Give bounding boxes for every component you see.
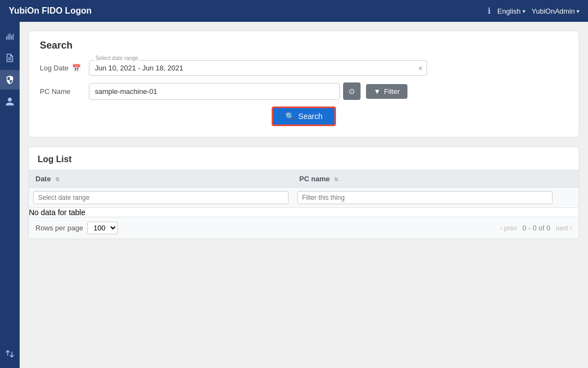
log-table: Date ⇅ PC name ⇅	[29, 170, 579, 217]
language-selector[interactable]: English ▾	[497, 7, 525, 15]
search-panel-title: Search	[40, 40, 568, 51]
date-range-input[interactable]	[89, 60, 427, 76]
date-filter-input[interactable]	[33, 191, 289, 204]
filter-button[interactable]: ▼ Filter	[366, 84, 407, 99]
pc-name-clear-button[interactable]: ⊙	[343, 82, 361, 100]
arrows-icon	[5, 349, 15, 359]
log-list-panel: Log List Date ⇅ PC name ⇅	[28, 146, 579, 239]
pagination: ‹ prev 0 - 0 of 0 next ›	[500, 224, 572, 232]
pcname-sort-icon: ⇅	[334, 176, 338, 182]
date-range-placeholder-label: Select date range	[94, 55, 139, 61]
date-clear-button[interactable]: ×	[418, 64, 423, 72]
actions-filter-cell	[557, 188, 579, 208]
navbar: YubiOn FIDO Logon ℹ English ▾ YubiOnAdmi…	[0, 0, 588, 22]
table-filter-row	[29, 188, 579, 208]
rows-per-page-select[interactable]: 100 50 25	[87, 222, 118, 234]
search-panel: Search Log Date 📅 Select date range × PC…	[28, 31, 579, 138]
date-range-wrapper: Select date range ×	[89, 60, 427, 76]
col-header-pcname[interactable]: PC name ⇅	[293, 170, 557, 188]
pc-name-row: PC Name ⊙ ▼ Filter	[40, 82, 568, 100]
shield-icon	[5, 75, 15, 85]
pc-name-label: PC Name	[40, 87, 89, 96]
user-icon	[5, 97, 15, 106]
layout: Search Log Date 📅 Select date range × PC…	[0, 22, 588, 368]
search-magnifier-icon: 🔍	[285, 112, 295, 121]
rows-per-page-control: Rows per page 100 50 25	[35, 222, 118, 234]
filter-icon: ▼	[374, 87, 381, 96]
date-filter-cell	[29, 188, 293, 208]
pcname-filter-cell	[293, 188, 557, 208]
sidebar-item-users[interactable]	[0, 92, 20, 111]
no-data-cell: No data for table	[29, 208, 579, 217]
table-footer: Rows per page 100 50 25 ‹ prev 0 - 0 of …	[29, 217, 579, 239]
chart-icon	[5, 31, 15, 41]
sidebar-item-security[interactable]	[0, 70, 20, 90]
info-icon[interactable]: ℹ	[488, 6, 491, 16]
calendar-icon: 📅	[72, 64, 81, 72]
reports-icon	[5, 53, 15, 63]
sidebar-item-dashboard[interactable]	[0, 26, 20, 46]
navbar-right: ℹ English ▾ YubiOnAdmin ▾	[488, 6, 579, 16]
prev-button[interactable]: ‹ prev	[500, 224, 517, 232]
sidebar	[0, 22, 20, 368]
log-date-row: Log Date 📅 Select date range ×	[40, 60, 568, 76]
pc-filter-input[interactable]	[297, 191, 553, 204]
search-button[interactable]: 🔍 Search	[272, 106, 336, 126]
search-btn-row: 🔍 Search	[40, 106, 568, 126]
rows-per-page-label: Rows per page	[35, 224, 83, 232]
next-button[interactable]: next ›	[556, 224, 572, 232]
pc-name-wrapper	[89, 83, 340, 100]
user-dropdown-arrow: ▾	[577, 8, 579, 14]
language-label: English	[497, 7, 521, 15]
date-sort-icon: ⇅	[55, 176, 59, 182]
main-content: Search Log Date 📅 Select date range × PC…	[20, 22, 588, 368]
sidebar-item-reports[interactable]	[0, 48, 20, 68]
page-info: 0 - 0 of 0	[523, 224, 550, 232]
log-date-label: Log Date 📅	[40, 64, 89, 72]
col-header-actions	[557, 170, 579, 188]
language-dropdown-arrow: ▾	[523, 8, 525, 14]
pc-name-input[interactable]	[89, 83, 340, 100]
col-header-date[interactable]: Date ⇅	[29, 170, 293, 188]
app-title: YubiOn FIDO Logon	[9, 6, 92, 16]
user-menu[interactable]: YubiOnAdmin ▾	[532, 7, 580, 15]
no-data-row: No data for table	[29, 208, 579, 217]
user-label: YubiOnAdmin	[532, 7, 575, 15]
sidebar-item-toggle[interactable]	[0, 344, 20, 364]
log-list-title: Log List	[29, 147, 579, 170]
